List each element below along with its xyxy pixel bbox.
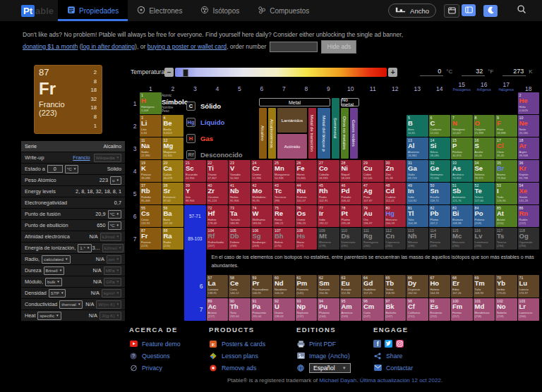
prop-unit-select[interactable]: °C▼ — [108, 221, 122, 230]
element-hf[interactable]: 72HfHafnio178,49 — [207, 205, 229, 227]
element-am[interactable]: 95AmAmericio(243) — [340, 298, 362, 321]
actinide-marker[interactable]: 89-103 — [184, 227, 206, 250]
group-sublabel[interactable]: Anfígenos — [477, 88, 491, 92]
footer-link-print-pdf[interactable]: Print PDF — [309, 341, 336, 348]
element-er[interactable]: 68ErErbio167,26 — [451, 275, 473, 298]
social-link-instagram[interactable] — [396, 338, 404, 350]
prop-unit-select[interactable]: pm▼ — [107, 255, 121, 264]
element-ba[interactable]: 56BaBario137,33 — [162, 205, 184, 227]
element-be[interactable]: 4BeBerilio9,0122 — [162, 115, 184, 137]
element-ho[interactable]: 67HoHolmio164,93 — [429, 275, 451, 298]
prop-select[interactable]: 1.°▼ — [78, 244, 92, 252]
element-gd[interactable]: 64GdGadolinio157,25 — [362, 275, 384, 298]
prop-select[interactable]: Brinell▼ — [44, 267, 65, 275]
element-zr[interactable]: 40ZrCirconio91,224 — [207, 183, 229, 204]
element-rn[interactable]: 86RnRadón(222) — [518, 205, 540, 227]
element-ar[interactable]: 18ArArgón39,948 — [518, 137, 540, 159]
element-tm[interactable]: 69TmTulio168,93 — [474, 275, 495, 298]
element-sg[interactable]: 106SgSeaborgio(269) — [251, 228, 273, 250]
element-es[interactable]: 99EsEinstenio(252) — [429, 298, 451, 321]
element-pb[interactable]: 82PbPlomo207,2 — [429, 205, 451, 227]
element-co[interactable]: 27CoCobalto58,933 — [318, 160, 339, 182]
element-mn[interactable]: 25MnManganeso54,938 — [273, 160, 295, 182]
element-np[interactable]: 93NpNeptunio(237) — [296, 298, 318, 321]
element-tl[interactable]: 81TlTalio204,38 — [406, 205, 428, 227]
element-lu[interactable]: 71LuLutecio174,97 — [518, 275, 540, 298]
element-pa[interactable]: 91PaProtactinio231,04 — [251, 298, 273, 321]
element-kr[interactable]: 36KrKriptón83,798 — [518, 160, 540, 182]
element-mc[interactable]: 115McMoscovio(290) — [451, 228, 473, 250]
prop-unit-select[interactable]: °C▼ — [108, 210, 122, 219]
prop-unit-select[interactable]: GPa▼ — [104, 278, 121, 286]
element-la[interactable]: 57LaLantano138,91 — [207, 275, 229, 298]
element-sc[interactable]: 21ScEscandio44,956 — [184, 160, 206, 182]
footer-link-remove-ads[interactable]: Remove ads — [222, 365, 256, 372]
footer-link-posters-cards[interactable]: Posters & cards — [222, 341, 265, 348]
tab-propiedades[interactable]: Propiedades — [58, 0, 128, 21]
element-cs[interactable]: 55CsCesio132,91 — [140, 205, 162, 227]
element-se[interactable]: 34SeSelenio78,971 — [474, 160, 495, 182]
element-rh[interactable]: 45RhRodio102,91 — [318, 183, 339, 204]
element-os[interactable]: 76OsOsmio190,23 — [296, 205, 318, 227]
element-h[interactable]: 1HHidrógeno1,008 — [140, 92, 162, 114]
element-br[interactable]: 35BrBromo79,904 — [495, 160, 517, 182]
prop-select[interactable]: STP▼ — [49, 289, 66, 298]
element-lv[interactable]: 116LvLivermorio(293) — [474, 228, 495, 250]
element-ti[interactable]: 22TiTitanio47,867 — [207, 160, 229, 182]
group-sublabel[interactable]: Pnictógenos — [453, 88, 471, 92]
poster-link[interactable]: buying a poster or wallet card — [147, 43, 227, 50]
element-ds[interactable]: 110DsDarmstatio(281) — [340, 228, 362, 250]
element-o[interactable]: 8OOxígeno15,999 — [474, 115, 495, 137]
prop-select[interactable]: thermal▼ — [59, 300, 83, 309]
prop-unit-select[interactable]: kJ/mol▼ — [100, 233, 121, 241]
element-n[interactable]: 7NNitrógeno14,007 — [451, 115, 473, 137]
element-rb[interactable]: 37RbRubidio85,468 — [140, 183, 162, 204]
footer-link-questions[interactable]: Questions — [142, 353, 170, 360]
category-strip-met[interactable]: Semimetal — [332, 98, 339, 159]
prop-unit-select[interactable]: Wikipedia▼ — [94, 154, 121, 162]
element-au[interactable]: 79AuOro196,97 — [362, 205, 384, 227]
kelvin-value[interactable]: 273 — [502, 68, 526, 76]
donate-link[interactable]: donating $1 a month — [23, 43, 78, 50]
element-md[interactable]: 101MdMendelevio(258) — [474, 298, 495, 321]
element-lr[interactable]: 103LrLawrencio(266) — [518, 298, 540, 321]
metal-header[interactable]: Metal — [259, 98, 330, 106]
element-ne[interactable]: 10NeNeón20,180 — [518, 115, 540, 137]
element-nb[interactable]: 41NbNiobio92,906 — [229, 183, 251, 204]
element-ge[interactable]: 32GeGermanio72,630 — [429, 160, 451, 182]
category-strip-act[interactable]: Actínido — [277, 134, 307, 159]
element-nh[interactable]: 113NhNihonio(286) — [406, 228, 428, 250]
category-strip-post[interactable]: Metal del bloque p — [318, 108, 330, 159]
prop-select[interactable]: calculated▼ — [42, 255, 70, 264]
element-y[interactable]: 39YItrio88,906 — [184, 183, 206, 204]
element-eu[interactable]: 63EuEuropio151,96 — [340, 275, 362, 298]
category-strip-ng[interactable]: Gases nobles — [350, 108, 358, 159]
element-pu[interactable]: 94PuPlutonio(244) — [318, 298, 339, 321]
element-bk[interactable]: 97BkBerkelio(247) — [385, 298, 406, 321]
category-strip-tm[interactable]: Metal de transición — [308, 108, 316, 159]
last-update-link[interactable]: Última actualización 12 oct 2022 — [360, 377, 441, 384]
element-c[interactable]: 6CCarbono12,011 — [429, 115, 451, 137]
prop-select[interactable]: specific▼ — [37, 312, 61, 320]
width-toggle-button[interactable]: Ancho — [388, 4, 436, 18]
element-as[interactable]: 33AsArsénico74,922 — [451, 160, 473, 182]
element-ca[interactable]: 20CaCalcio40,078 — [162, 160, 184, 182]
prop-input[interactable]: 0 — [47, 165, 63, 173]
element-cn[interactable]: 112CnCopernicio(285) — [385, 228, 406, 250]
element-tc[interactable]: 43TcTecnecio(98) — [273, 183, 295, 204]
element-mt[interactable]: 109MtMeitnerio(278) — [318, 228, 339, 250]
element-po[interactable]: 84PoPolonio(209) — [474, 205, 495, 227]
celsius-value[interactable]: 0 — [420, 68, 443, 76]
element-cf[interactable]: 98CfCalifornio(251) — [406, 298, 428, 321]
element-w[interactable]: 74WWolframio183,84 — [251, 205, 273, 227]
michael-dayah-link[interactable]: Michael Dayah — [319, 377, 356, 384]
element-dy[interactable]: 66DyDisprosio162,50 — [406, 275, 428, 298]
element-ce[interactable]: 58CeCerio140,12 — [229, 275, 251, 298]
element-cd[interactable]: 48CdCadmio112,41 — [385, 183, 406, 204]
element-no[interactable]: 102NoNobelio(259) — [495, 298, 517, 321]
element-sn[interactable]: 50SnEstaño118,71 — [429, 183, 451, 204]
element-cr[interactable]: 24CrCromo51,996 — [251, 160, 273, 182]
element-xe[interactable]: 54XeXenón131,29 — [518, 183, 540, 204]
prop-unit-select[interactable]: J/(g·K)▼ — [100, 312, 121, 320]
element-fr[interactable]: 87FrFrancio(223) — [140, 228, 162, 250]
